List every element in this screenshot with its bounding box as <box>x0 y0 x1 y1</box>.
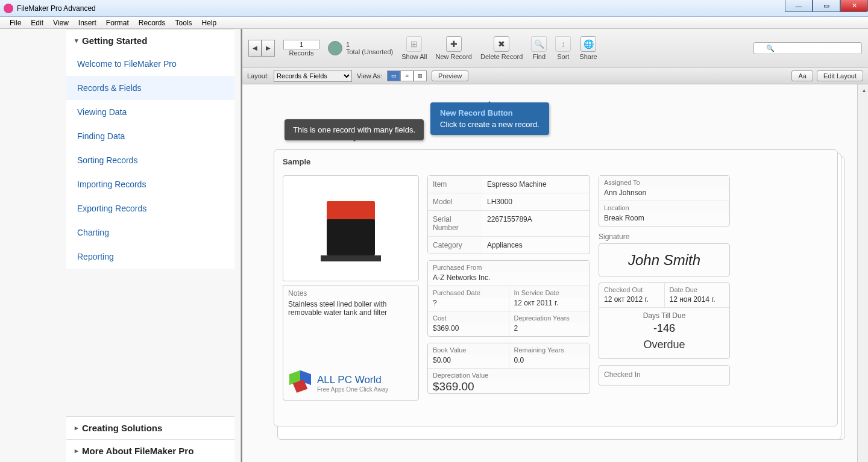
record-card: Sample Notes Stainless steel lined boile… <box>274 149 838 426</box>
model-field[interactable]: LH3000 <box>482 193 590 210</box>
minimize-button[interactable]: — <box>785 0 813 12</box>
cube-icon <box>289 372 311 394</box>
sidebar-item-reporting[interactable]: Reporting <box>66 245 234 269</box>
sidebar-section-creating-solutions[interactable]: ▸ Creating Solutions <box>66 416 234 439</box>
days-till-due-value: -146 <box>603 320 726 337</box>
scrollbar-vertical[interactable] <box>857 84 868 462</box>
delete-record-icon[interactable]: ✖ <box>494 36 509 52</box>
view-form-button[interactable]: ▭ <box>387 70 400 81</box>
sidebar-section-more-about[interactable]: ▸ More About FileMaker Pro <box>66 439 234 462</box>
chevron-down-icon: ▾ <box>75 37 78 45</box>
next-record-button[interactable]: ▶ <box>262 40 275 57</box>
checked-in-field[interactable]: Checked In <box>599 365 730 386</box>
sidebar-item-records-fields[interactable]: Records & Fields <box>66 76 234 100</box>
edit-layout-button[interactable]: Edit Layout <box>817 70 863 81</box>
menu-help[interactable]: Help <box>197 17 222 28</box>
show-all-icon[interactable]: ⊞ <box>406 36 422 52</box>
chevron-right-icon: ▸ <box>75 447 78 455</box>
sample-label: Sample <box>283 157 310 166</box>
overdue-status: Overdue <box>603 337 726 355</box>
find-icon[interactable]: 🔍 <box>531 36 547 52</box>
prev-record-button[interactable]: ◀ <box>248 40 262 57</box>
menu-edit[interactable]: Edit <box>26 17 48 28</box>
assigned-to-field[interactable]: Ann Johnson <box>599 187 729 201</box>
sidebar-item-sorting-records[interactable]: Sorting Records <box>66 148 234 172</box>
purchase-box: Purchased FromA-Z Networks Inc. Purchase… <box>427 260 590 337</box>
view-list-button[interactable]: ≡ <box>400 70 414 81</box>
toolbar: ◀ ▶ Records 1 Total (Unsorted) ⊞Show All… <box>242 29 868 67</box>
sidebar-item-importing-records[interactable]: Importing Records <box>66 172 234 196</box>
maximize-button[interactable]: ▭ <box>813 0 840 12</box>
book-value-field[interactable]: $0.00 <box>428 355 509 368</box>
menu-format[interactable]: Format <box>101 17 134 28</box>
tooltip-new-record: New Record Button Click to create a new … <box>430 102 549 135</box>
cost-field[interactable]: $369.00 <box>428 323 509 336</box>
content-area: ◀ ▶ Records 1 Total (Unsorted) ⊞Show All… <box>241 29 868 462</box>
sidebar: ▾ Getting Started Welcome to FileMaker P… <box>0 29 241 462</box>
menu-view[interactable]: View <box>48 17 74 28</box>
remaining-years-field[interactable]: 0.0 <box>509 355 590 368</box>
category-field[interactable]: Appliances <box>482 237 590 254</box>
notes-field[interactable]: Notes Stainless steel lined boiler with … <box>283 285 419 401</box>
window-titlebar: FileMaker Pro Advanced — ▭ ✕ <box>0 0 868 17</box>
preview-button[interactable]: Preview <box>432 70 468 81</box>
tooltip-record-fields: This is one record with many fields. <box>285 119 424 140</box>
sidebar-section-getting-started[interactable]: ▾ Getting Started <box>66 29 234 52</box>
pie-icon <box>328 41 342 55</box>
espresso-machine-icon <box>321 195 381 261</box>
menu-records[interactable]: Records <box>134 17 171 28</box>
menu-file[interactable]: File <box>5 17 26 28</box>
window-title: FileMaker Pro Advanced <box>17 4 96 13</box>
sidebar-item-welcome[interactable]: Welcome to FileMaker Pro <box>66 52 234 76</box>
assignment-box: Assigned ToAnn Johnson LocationBreak Roo… <box>599 175 730 226</box>
chevron-right-icon: ▸ <box>75 424 78 432</box>
record-counter: Records <box>283 40 319 57</box>
value-box: Book Value$0.00 Remaining Years0.0 Depre… <box>427 343 590 394</box>
due-box: Checked Out12 окт 2012 г. Date Due12 ноя… <box>599 283 730 359</box>
sidebar-item-finding-data[interactable]: Finding Data <box>66 124 234 148</box>
share-icon[interactable]: 🌐 <box>580 36 596 52</box>
sidebar-item-charting[interactable]: Charting <box>66 220 234 245</box>
aa-button[interactable]: Aa <box>791 70 813 81</box>
close-button[interactable]: ✕ <box>840 0 868 12</box>
total-records: 1 Total (Unsorted) <box>328 41 393 55</box>
sort-icon[interactable]: ↕ <box>555 36 571 52</box>
location-field[interactable]: Break Room <box>599 213 729 226</box>
sidebar-item-viewing-data[interactable]: Viewing Data <box>66 100 234 124</box>
new-record-icon[interactable]: ✚ <box>446 36 462 52</box>
purchased-from-field[interactable]: A-Z Networks Inc. <box>428 272 590 286</box>
serial-field[interactable]: 2267155789A <box>482 211 590 236</box>
checked-out-field[interactable]: 12 окт 2012 г. <box>604 295 649 304</box>
dep-years-field[interactable]: 2 <box>509 323 590 336</box>
search-input[interactable] <box>753 42 862 54</box>
product-image[interactable] <box>283 175 419 281</box>
record-nav: ◀ ▶ <box>248 40 275 57</box>
menu-insert[interactable]: Insert <box>74 17 101 28</box>
dep-value-field[interactable]: $369.00 <box>428 378 479 398</box>
menubar: File Edit View Insert Format Records Too… <box>0 17 868 29</box>
watermark: ALL PC World Free Apps One Click Away <box>289 372 412 394</box>
chevron-up-icon: ▴ <box>863 87 866 93</box>
item-details-box: ItemEspresso Machine ModelLH3000 Serial … <box>427 175 590 254</box>
sidebar-item-exporting-records[interactable]: Exporting Records <box>66 196 234 220</box>
record-number-input[interactable] <box>283 40 319 49</box>
layout-selector[interactable]: Records & Fields <box>274 70 352 82</box>
signature-field[interactable]: John Smith <box>599 243 730 276</box>
item-field[interactable]: Espresso Machine <box>482 176 590 193</box>
menu-tools[interactable]: Tools <box>171 17 197 28</box>
layout-bar: Layout: Records & Fields View As: ▭ ≡ ⊞ … <box>242 67 868 84</box>
app-icon <box>4 4 13 13</box>
date-due-field[interactable]: 12 ноя 2014 г. <box>670 295 715 304</box>
view-table-button[interactable]: ⊞ <box>414 70 427 81</box>
purchased-date-field[interactable]: ? <box>428 298 509 311</box>
inservice-date-field[interactable]: 12 окт 2011 г. <box>509 298 590 311</box>
